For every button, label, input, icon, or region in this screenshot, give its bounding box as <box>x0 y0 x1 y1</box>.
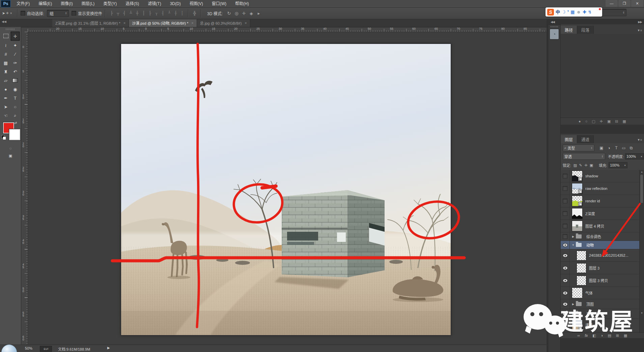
show-transform-checkbox[interactable] <box>72 11 76 16</box>
history-panel-icon[interactable]: ◔ <box>550 29 559 40</box>
lock-transparency-icon[interactable]: ▨ <box>572 163 578 168</box>
new-group-icon[interactable]: ▤ <box>608 333 611 338</box>
layer-thumbnail[interactable] <box>572 183 583 194</box>
tool-preset-picker[interactable]: ➤ ✛ ▼ <box>0 11 15 16</box>
menu-item-view[interactable]: 视图(V) <box>185 0 207 7</box>
visibility-eye-icon[interactable] <box>561 309 570 319</box>
document-tab[interactable]: 沙漠.psd @ 50% (动物, RGB/8#) *× <box>129 19 197 27</box>
align-icon-7[interactable]: ┰ <box>153 10 160 16</box>
3d-mode-icon-1[interactable]: ◎ <box>233 10 240 16</box>
tab-close-icon[interactable]: × <box>123 21 125 25</box>
tab-channels[interactable]: 通道 <box>577 135 594 143</box>
layer-thumbnail[interactable] <box>572 171 583 181</box>
swap-colors-icon[interactable]: ⇄ <box>14 121 17 125</box>
hand-tool[interactable]: ☜ <box>1 111 10 120</box>
lasso-tool[interactable]: ≀ <box>1 41 10 50</box>
tab-overflow-icon[interactable]: ◀◀ <box>0 19 52 23</box>
triangle-right-icon[interactable]: ▶ <box>571 235 575 238</box>
skin-icon[interactable]: ✚ <box>583 10 586 14</box>
eyedropper-tool[interactable]: ∕ <box>10 50 20 58</box>
visibility-eye-icon[interactable] <box>561 241 570 249</box>
layer-row[interactable]: 图层 3 <box>561 262 644 274</box>
triangle-right-icon[interactable]: ▶ <box>571 303 575 306</box>
toolbar-grip[interactable] <box>6 28 15 30</box>
zoom-tool[interactable]: ⌕ <box>10 111 20 120</box>
status-expand-arrow[interactable]: ▶ <box>107 346 110 350</box>
layers-scrollbar[interactable]: ▲▼ <box>639 170 644 332</box>
layer-thumbnail[interactable] <box>572 208 583 219</box>
visibility-empty-box[interactable] <box>561 220 570 232</box>
auto-select-dropdown[interactable]: 组 ⇕ <box>47 10 69 17</box>
ellipse-shape-tool[interactable]: ○ <box>10 102 20 111</box>
keyboard-icon[interactable]: ▦ <box>570 10 575 14</box>
3d-mode-icon-3[interactable]: ◈ <box>248 10 255 16</box>
path-selection-tool[interactable]: ➤ <box>1 102 10 111</box>
link-layers-icon[interactable]: ∞ <box>578 333 580 337</box>
make-path-icon[interactable]: ▣ <box>607 119 611 124</box>
3d-mode-icon-0[interactable]: ↻ <box>225 10 233 16</box>
triangle-down-icon[interactable]: ▼ <box>571 244 575 247</box>
layer-row[interactable]: Z深度 <box>561 207 644 220</box>
layer-row[interactable]: render id <box>561 195 644 207</box>
align-icon-0[interactable]: ┣ <box>108 10 115 16</box>
document-tab[interactable]: 总.jpg @ 60.3%(RGB/8#)× <box>197 19 250 27</box>
visibility-empty-box[interactable] <box>561 182 570 195</box>
collapse-panels-icon[interactable]: ◀◀ <box>551 20 555 24</box>
quick-mask-button[interactable]: ◌ <box>6 146 15 151</box>
punctuation-icon[interactable]: ❜ <box>567 10 569 14</box>
magic-wand-tool[interactable]: ✦ <box>10 41 20 50</box>
align-icon-1[interactable]: ┳ <box>115 10 121 16</box>
panel-menu-icon[interactable]: ▼≡ <box>637 29 642 32</box>
visibility-eye-icon[interactable] <box>561 262 570 274</box>
panel-menu-icon[interactable]: ▼≡ <box>637 138 642 142</box>
moon-icon[interactable]: ☽ <box>562 10 566 14</box>
minimize-button[interactable]: — <box>606 0 618 7</box>
menu-item-help[interactable]: 帮助(H) <box>231 0 253 7</box>
restore-button[interactable]: ❐ <box>618 0 631 7</box>
menu-item-filter[interactable]: 滤镜(T) <box>143 0 165 7</box>
strip-grip[interactable] <box>551 26 558 27</box>
menu-item-layer[interactable]: 图层(L) <box>77 0 99 7</box>
visibility-empty-box[interactable] <box>561 232 570 241</box>
close-button[interactable]: ✕ <box>631 0 643 7</box>
gradient-tool[interactable] <box>10 76 20 85</box>
new-path-icon[interactable]: ⊟ <box>615 119 618 124</box>
align-icon-11[interactable]: ┇ <box>179 10 185 16</box>
move-tool[interactable]: ✛ <box>10 31 20 41</box>
distribute-button[interactable]: ╬ <box>191 10 198 16</box>
visibility-eye-icon[interactable] <box>561 287 570 299</box>
align-icon-10[interactable]: ╂ <box>172 10 179 16</box>
wrench-icon[interactable]: ↯ <box>588 10 592 14</box>
menu-item-type[interactable]: 类型(Y) <box>99 0 121 7</box>
visibility-empty-box[interactable] <box>561 207 570 220</box>
spot-healing-tool[interactable]: ▩ <box>1 58 10 67</box>
visibility-eye-icon[interactable] <box>561 299 570 309</box>
smart-filter-icon[interactable]: ⧉ <box>627 146 635 150</box>
align-icon-9[interactable]: ┸ <box>166 10 172 16</box>
layer-thumbnail[interactable] <box>572 196 583 206</box>
layer-row[interactable]: 课导 <box>561 319 644 331</box>
layer-row[interactable]: 图层 3 拷贝 <box>561 274 644 287</box>
layer-thumbnail[interactable] <box>577 251 586 260</box>
type-tool[interactable]: T <box>10 94 20 102</box>
layer-row[interactable]: ▶背景 <box>561 309 644 319</box>
zoom-level[interactable]: 50% <box>25 346 32 350</box>
menu-item-window[interactable]: 窗口(W) <box>207 0 231 7</box>
smudge-tool[interactable]: ◉ <box>10 85 20 94</box>
layer-row[interactable]: ▼动物 <box>561 241 644 249</box>
lock-position-icon[interactable]: ✛ <box>583 163 589 168</box>
layer-row[interactable]: 图层 4 拷贝 <box>561 220 644 232</box>
visibility-empty-box[interactable] <box>561 170 570 182</box>
layer-row[interactable]: shadow <box>561 170 644 182</box>
layer-style-icon[interactable]: fx <box>585 334 588 337</box>
eraser-tool[interactable]: ▱ <box>1 76 10 85</box>
shape-filter-icon[interactable]: ▭ <box>620 146 627 150</box>
layer-row[interactable]: ▶顶图 <box>561 299 644 309</box>
layer-thumbnail[interactable] <box>577 276 586 285</box>
background-color-swatch[interactable] <box>9 129 20 140</box>
chinese-mode-icon[interactable]: 中 <box>556 10 560 14</box>
tab-close-icon[interactable]: × <box>245 21 247 25</box>
blur-tool[interactable]: ● <box>1 85 10 94</box>
pixel-filter-icon[interactable]: ▣ <box>598 146 605 150</box>
user-icon[interactable]: ☻ <box>576 10 581 14</box>
